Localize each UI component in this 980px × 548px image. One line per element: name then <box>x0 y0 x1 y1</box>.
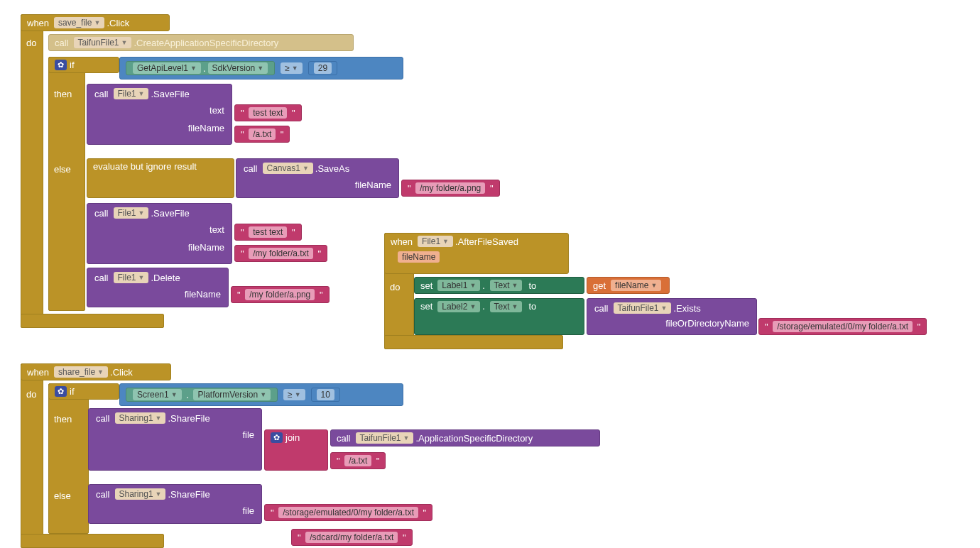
text-sdcard-path[interactable]: " /sdcard/my folder/a.txt " <box>291 529 413 546</box>
taifun-dropdown3[interactable]: TaifunFile1▼ <box>356 432 414 444</box>
taifunfile-dropdown[interactable]: TaifunFile1▼ <box>74 37 132 48</box>
if-label: if <box>70 60 75 70</box>
text-test-text-2[interactable]: " test text " <box>234 224 302 241</box>
gte-operator-2[interactable]: ≥▼ <box>283 389 305 400</box>
then-label-2: then <box>48 412 87 427</box>
call-sharefile-1[interactable]: call Sharing1▼ .ShareFile file <box>88 408 262 471</box>
block2-bottom <box>384 335 563 349</box>
taifun-dropdown2[interactable]: TaifunFile1▼ <box>614 302 672 314</box>
do-label-3: do <box>21 387 49 402</box>
else-label: else <box>48 162 84 177</box>
event-save-file-click[interactable]: when save_file▼ .Click <box>21 14 170 31</box>
text-myfolder-png[interactable]: " /my folder/a.png " <box>401 180 500 197</box>
event-share-file-click[interactable]: when share_file▼ .Click <box>21 363 171 380</box>
join-block[interactable]: ✿ join <box>264 429 328 471</box>
appspecdir-method: .ApplicationSpecificDirectory <box>415 433 533 444</box>
file1-dropdown-evt[interactable]: File1▼ <box>418 236 453 247</box>
platformversion-dropdown[interactable]: PlatformVersion▼ <box>193 389 271 400</box>
event-afterfilesaved[interactable]: when File1▼ .AfterFileSaved fileName <box>384 233 569 274</box>
gear-icon[interactable]: ✿ <box>55 60 67 70</box>
label2-dropdown[interactable]: Label2▼ <box>437 301 480 312</box>
text-value[interactable]: /a.txt <box>249 128 276 140</box>
call-canvas-saveas[interactable]: call Canvas1▼ .SaveAs fileName <box>236 158 399 198</box>
else-label-2: else <box>48 488 87 503</box>
sharing1-dropdown[interactable]: Sharing1▼ <box>115 412 166 424</box>
call-file-delete[interactable]: call File1▼ .Delete fileName <box>87 268 229 307</box>
filename-var-dropdown[interactable]: fileName▼ <box>611 280 661 291</box>
block3-bottom <box>21 534 164 548</box>
call-label: call <box>55 38 69 48</box>
call-label: call <box>94 89 109 99</box>
text-storage-path[interactable]: " /storage/emulated/0/my folder/a.txt " <box>758 318 927 335</box>
text-prop2[interactable]: Text▼ <box>490 301 523 312</box>
if2-vstrut <box>48 383 89 534</box>
screen1-dropdown[interactable]: Screen1▼ <box>133 389 182 400</box>
text-value[interactable]: /a.txt <box>344 455 371 466</box>
text-value[interactable]: test text <box>249 107 287 119</box>
then-label: then <box>48 87 84 102</box>
block1-bottom <box>21 314 164 328</box>
num-29: 29 <box>314 62 332 74</box>
screen1-platformversion[interactable]: Screen1▼ . PlatformVersion▼ <box>126 388 278 402</box>
sharefile-method: .ShareFile <box>168 413 209 424</box>
text-value[interactable]: /my folder/a.txt <box>249 248 313 259</box>
file1-dropdown3[interactable]: File1▼ <box>114 272 149 283</box>
number-29[interactable]: 29 <box>308 61 337 75</box>
num-10: 10 <box>317 389 334 400</box>
set-label2-text[interactable]: set Label2▼ . Text▼ to <box>414 298 584 335</box>
number-10[interactable]: 10 <box>311 388 340 402</box>
click-event: .Click <box>110 367 133 378</box>
getapi-dropdown[interactable]: GetApiLevel1▼ <box>133 62 201 74</box>
savefile-method: .SaveFile <box>151 89 189 99</box>
call-taifun-appspecdir[interactable]: call TaifunFile1▼ .ApplicationSpecificDi… <box>330 429 600 446</box>
text-prop[interactable]: Text▼ <box>490 280 523 291</box>
text-test-text-1[interactable]: " test text " <box>234 104 302 121</box>
text-myfolder-txt[interactable]: " /my folder/a.txt " <box>234 245 327 262</box>
text-value[interactable]: /storage/emulated/0/my folder/a.txt <box>278 507 418 518</box>
call-savefile-2[interactable]: call File1▼ .SaveFile text fileName <box>87 203 232 264</box>
block1-vstrut <box>21 14 43 328</box>
call-sharefile-2[interactable]: call Sharing1▼ .ShareFile file <box>88 484 262 524</box>
if-block[interactable]: ✿ if <box>48 57 119 73</box>
file1-dropdown[interactable]: File1▼ <box>114 88 149 99</box>
sharing1-dropdown2[interactable]: Sharing1▼ <box>115 488 166 500</box>
text-value[interactable]: test text <box>249 226 287 238</box>
filename-param[interactable]: fileName <box>398 251 440 263</box>
do-label-1: do <box>21 35 49 50</box>
component-save-file[interactable]: save_file▼ <box>54 17 104 28</box>
eval-ignore[interactable]: evaluate but ignore result <box>87 158 234 198</box>
create-dir-method: .CreateApplicationSpecificDirectory <box>134 38 278 48</box>
get-filename[interactable]: get fileName▼ <box>587 277 670 294</box>
gear-icon[interactable]: ✿ <box>55 386 67 397</box>
getapi-sdkversion[interactable]: GetApiLevel1▼ . SdkVersion▼ <box>126 61 275 75</box>
gear-icon[interactable]: ✿ <box>271 432 283 443</box>
if-block-2[interactable]: ✿ if <box>48 383 119 400</box>
text-value[interactable]: /sdcard/my folder/a.txt <box>305 532 398 543</box>
text-value[interactable]: /my folder/a.png <box>245 289 315 300</box>
filename-arg-label: fileName <box>188 123 224 133</box>
when-label: when <box>27 18 49 28</box>
file1-dropdown2[interactable]: File1▼ <box>114 207 149 219</box>
text-delete-path[interactable]: " /my folder/a.png " <box>231 286 330 303</box>
sdkversion-dropdown[interactable]: SdkVersion▼ <box>208 62 268 74</box>
delete-method: .Delete <box>151 273 180 283</box>
compare-block-2[interactable]: Screen1▼ . PlatformVersion▼ ≥▼ 10 <box>119 383 403 406</box>
canvas1-dropdown[interactable]: Canvas1▼ <box>263 163 313 174</box>
event-click: .Click <box>107 18 129 28</box>
eval-label: evaluate but ignore result <box>93 161 197 172</box>
blocks-workspace[interactable]: when save_file▼ .Click do call TaifunFil… <box>7 7 980 548</box>
label1-dropdown[interactable]: Label1▼ <box>437 280 480 291</box>
text-atxt-1[interactable]: " /a.txt " <box>234 126 290 143</box>
text-storage-path-share[interactable]: " /storage/emulated/0/my folder/a.txt " <box>264 504 432 521</box>
text-atxt-join[interactable]: " /a.txt " <box>330 452 386 469</box>
text-value[interactable]: /my folder/a.png <box>415 182 485 194</box>
share-file-dropdown[interactable]: share_file▼ <box>54 366 108 378</box>
gte-operator[interactable]: ≥▼ <box>281 62 303 74</box>
text-value[interactable]: /storage/emulated/0/my folder/a.txt <box>773 321 913 332</box>
call-create-dir[interactable]: call TaifunFile1▼ .CreateApplicationSpec… <box>48 34 354 51</box>
call-taifun-exists[interactable]: call TaifunFile1▼ .Exists fileOrDirector… <box>587 298 757 335</box>
compare-block[interactable]: GetApiLevel1▼ . SdkVersion▼ ≥▼ 29 <box>119 57 403 80</box>
set-label1-text[interactable]: set Label1▼ . Text▼ to <box>414 277 584 294</box>
join-label: join <box>285 432 300 443</box>
call-savefile-1[interactable]: call File1▼ .SaveFile text fileName <box>87 84 232 145</box>
